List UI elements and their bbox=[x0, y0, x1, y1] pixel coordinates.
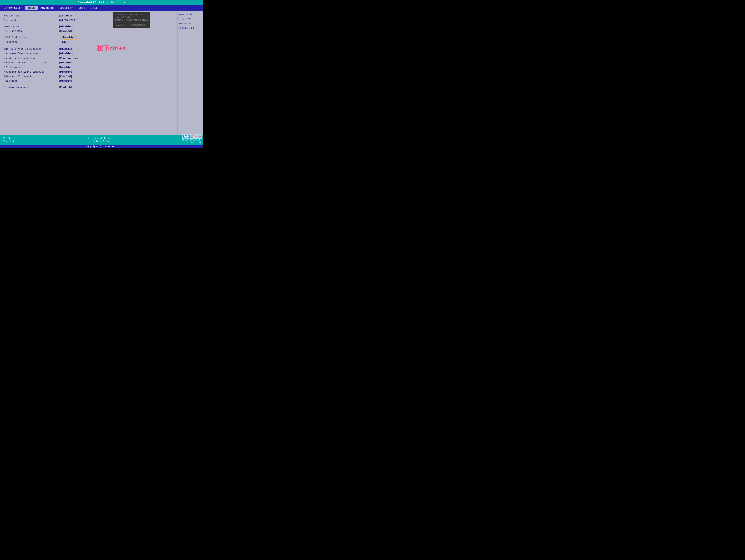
setting-kb-backlight: Keyboard backlight timeout: [Disabled] bbox=[4, 70, 174, 74]
setting-fn-key: Function key behavior: [Function Key] bbox=[4, 56, 174, 60]
zhihu-icon: 知乎 bbox=[183, 135, 190, 138]
spacer-2 bbox=[4, 45, 174, 47]
value-fn-key: [Function Key] bbox=[59, 56, 80, 60]
tooltip-line2: 则需要开启 "Enable" 功能选项（默认选项为 bbox=[115, 19, 148, 24]
touchpad-row: Touchpad: [I2C] bbox=[5, 40, 96, 44]
label-display-language: Display Language: bbox=[4, 85, 59, 89]
main-content: 若在 "Main" 页面勾选了以下 "VMD" 设置已变更， 则需要开启 "En… bbox=[0, 11, 203, 135]
keys-f10: F10 bbox=[197, 141, 201, 144]
label-tbt: TBT Wake from S4 Support: bbox=[4, 47, 59, 51]
label-select-item: Select Item bbox=[94, 137, 109, 140]
label-system-time: System Time: bbox=[4, 14, 59, 18]
keys-leftright: ↔ bbox=[89, 140, 90, 143]
label-network-boot: Network Boot: bbox=[4, 25, 59, 29]
menu-information[interactable]: Information bbox=[1, 6, 25, 10]
label-select-arrow: Select ▶ bbox=[190, 138, 201, 141]
bios-container: InsydeH2O Setup Utility Information Main… bbox=[0, 0, 203, 149]
setting-tbt: TBT Wake from S4 Support: [Disabled] bbox=[4, 47, 174, 51]
label-kb-backlight: Keyboard backlight timeout: bbox=[4, 70, 59, 74]
title-text: InsydeH2O Setup Utility bbox=[78, 1, 125, 4]
status-bar-left: F1 Help Esc Exit bbox=[3, 137, 15, 143]
label-d2d: D2D Recovery: bbox=[4, 65, 59, 69]
value-kb-backlight: [Disabled] bbox=[59, 70, 74, 74]
sidebar-reduce-incr: REDUCE/INCR bbox=[179, 26, 202, 31]
label-f12-boot: F12 Boot Menu: bbox=[4, 29, 59, 33]
red-dot bbox=[115, 14, 116, 15]
menu-boot[interactable]: Boot bbox=[75, 6, 88, 10]
value-display-language: [English] bbox=[59, 85, 72, 89]
value-internal-kb: [Enabled] bbox=[59, 74, 72, 78]
menu-exit[interactable]: Exit bbox=[88, 6, 100, 10]
setting-wake-usb-lid: Wake on USB while lid closed: [Disabled] bbox=[4, 61, 174, 65]
status-bar-center: ↑↓ Select Item ↔ Select Menu bbox=[88, 137, 109, 143]
setting-internal-kb: Internal KB Numpad: [Enabled] bbox=[4, 74, 174, 78]
ctrl-s-annotation: 按下ctrl+s bbox=[97, 43, 126, 54]
label-fn-key: Function key behavior: bbox=[4, 56, 59, 60]
copyright-text: Copyright (C) Acer Inc. bbox=[86, 145, 117, 148]
label-wake-usb-lid: Wake on USB while lid closed: bbox=[4, 61, 59, 65]
setting-d2d: D2D Recovery: [Disabled] bbox=[4, 65, 174, 69]
value-d2d: [Disabled] bbox=[59, 65, 74, 69]
value-wake-usb-lid: [Disabled] bbox=[59, 61, 74, 65]
value-network-boot: [Disabled] bbox=[59, 25, 74, 29]
keys-f9: F9 bbox=[190, 141, 193, 144]
tooltip-line3: "Disabled"），这样才能启用该功能。 bbox=[115, 24, 147, 26]
label-usb-wake: USB Wake from S4 Support: bbox=[4, 52, 59, 56]
setting-f12-boot: F12 Boot Menu: [Enabled] bbox=[4, 29, 174, 33]
status-select-menu: ↔ Select Menu bbox=[89, 140, 109, 143]
setting-fast-boot: Fast Boot: [Disabled] bbox=[4, 79, 174, 83]
label-fast-boot: Fast Boot: bbox=[4, 79, 59, 83]
label-vmd: VMD Controller bbox=[5, 35, 60, 39]
value-touchpad: [I2C] bbox=[60, 40, 68, 44]
status-bar: F1 Help Esc Exit ↑↓ Select Item ↔ Select… bbox=[0, 135, 203, 145]
value-system-time: [15:20:33] bbox=[59, 14, 74, 18]
status-enter: Enter Select ▶ bbox=[182, 138, 201, 141]
vmd-touchpad-box: VMD Controller [Disabled] Touchpad: [I2C… bbox=[4, 34, 97, 45]
keys-enter: Enter bbox=[182, 138, 189, 141]
value-usb-wake: [Disabled] bbox=[59, 52, 74, 56]
tooltip-line1: 若在 "Main" 页面勾选了以下 "VMD" 设置已变更， bbox=[115, 14, 142, 19]
spacer-3 bbox=[4, 84, 174, 85]
value-system-date: [01/03/2022] bbox=[59, 18, 77, 23]
status-select-item: ↑↓ Select Item bbox=[88, 137, 109, 140]
watermark: 知乎 @flanto bbox=[182, 134, 202, 139]
vmd-row: VMD Controller [Disabled] bbox=[5, 35, 96, 40]
status-f1: F1 Help bbox=[3, 137, 15, 140]
setting-usb-wake: USB Wake from S4 Support: [Disabled] bbox=[4, 52, 174, 56]
menu-advanced[interactable]: Advanced bbox=[38, 6, 57, 10]
title-bar: InsydeH2O Setup Utility bbox=[0, 0, 203, 5]
sidebar-second: Second Vali bbox=[179, 22, 202, 26]
label-help: Help bbox=[8, 137, 14, 140]
center-panel: 若在 "Main" 页面勾选了以下 "VMD" 设置已变更， 则需要开启 "En… bbox=[0, 11, 177, 135]
value-vmd: [Disabled] bbox=[60, 35, 78, 40]
label-exit: Exit bbox=[10, 140, 15, 143]
sidebar-minute: Minute Vali bbox=[179, 17, 202, 22]
menu-security[interactable]: Security bbox=[57, 6, 76, 10]
label-system-date: System Date: bbox=[4, 18, 59, 23]
status-esc: Esc Exit bbox=[3, 140, 15, 143]
key-esc: Esc bbox=[3, 140, 7, 143]
right-sidebar: Hour Valid Minute Vali Second Vali REDUC… bbox=[177, 11, 203, 135]
watermark-text: @flanto bbox=[191, 135, 201, 138]
label-touchpad: Touchpad: bbox=[5, 40, 60, 44]
label-internal-kb: Internal KB Numpad: bbox=[4, 74, 59, 78]
copyright-bar: Copyright (C) Acer Inc. bbox=[0, 145, 203, 149]
tooltip-box: 若在 "Main" 页面勾选了以下 "VMD" 设置已变更， 则需要开启 "En… bbox=[113, 12, 150, 28]
value-fast-boot: [Disabled] bbox=[59, 79, 74, 83]
menu-main[interactable]: Main bbox=[25, 6, 38, 10]
label-select-menu: Select Menu bbox=[93, 140, 109, 143]
setting-display-language: Display Language: [English] bbox=[4, 85, 174, 89]
keys-updown: ↑↓ bbox=[88, 137, 91, 140]
status-f9f10: F9 F10 bbox=[190, 141, 201, 144]
value-f12-boot: [Enabled] bbox=[59, 29, 72, 33]
key-f1: F1 bbox=[3, 137, 5, 140]
value-tbt: [Disabled] bbox=[59, 47, 74, 51]
sidebar-hour: Hour Valid bbox=[179, 12, 202, 17]
menu-bar[interactable]: Information Main Advanced Security Boot … bbox=[0, 5, 203, 11]
